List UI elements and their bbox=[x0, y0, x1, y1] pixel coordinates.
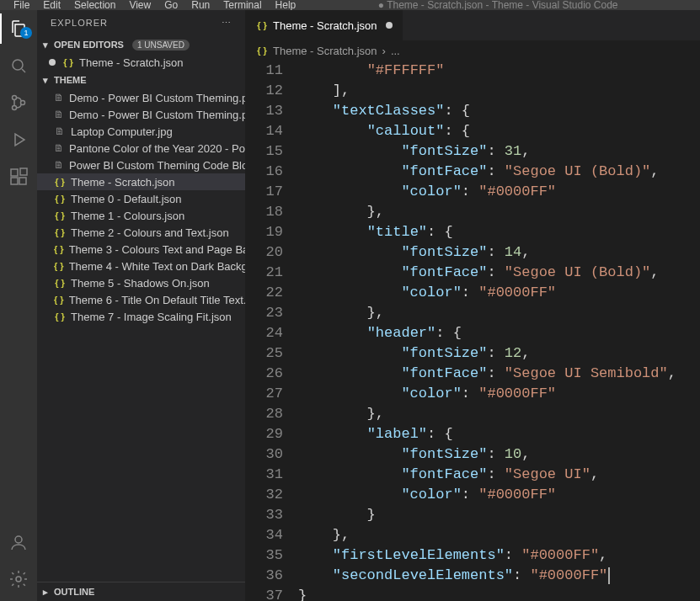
more-icon[interactable]: ⋯ bbox=[222, 18, 232, 29]
file-row[interactable]: { }Theme 2 - Colours and Text.json bbox=[37, 224, 245, 241]
tab-theme-scratch[interactable]: { } Theme - Scratch.json bbox=[246, 10, 403, 40]
code-line[interactable]: "callout": { bbox=[298, 121, 700, 141]
svg-point-1 bbox=[13, 96, 17, 100]
code-line[interactable]: }, bbox=[298, 202, 700, 222]
file-row[interactable]: { }Theme 5 - Shadows On.json bbox=[37, 274, 245, 291]
code-line[interactable]: "fontSize": 12, bbox=[298, 343, 700, 364]
open-editor-label: Theme - Scratch.json bbox=[79, 56, 184, 69]
breadcrumbs[interactable]: { } Theme - Scratch.json › ... bbox=[246, 40, 700, 61]
code-line[interactable]: "color": "#0000FF" bbox=[298, 384, 700, 404]
tabs-bar: { } Theme - Scratch.json bbox=[246, 10, 700, 40]
sidebar-title: EXPLORER ⋯ bbox=[37, 10, 245, 35]
line-number: 35 bbox=[246, 545, 283, 566]
line-number: 20 bbox=[246, 242, 283, 263]
code-line[interactable]: "color": "#0000FF" bbox=[298, 182, 700, 202]
code-editor[interactable]: 1112131415161718192021222324252627282930… bbox=[246, 61, 700, 601]
json-file-icon: { } bbox=[54, 193, 66, 205]
line-number: 21 bbox=[246, 263, 283, 283]
account-icon[interactable] bbox=[7, 530, 30, 554]
json-file-icon: { } bbox=[62, 56, 74, 68]
code-line[interactable]: "label": { bbox=[298, 424, 700, 444]
code-line[interactable]: } bbox=[298, 505, 700, 525]
theme-folder-header[interactable]: ▾ THEME bbox=[37, 71, 245, 89]
line-number: 34 bbox=[246, 525, 283, 545]
code-line[interactable]: "color": "#0000FF" bbox=[298, 485, 700, 505]
source-control-icon[interactable] bbox=[7, 91, 30, 114]
code-line[interactable]: "fontSize": 31, bbox=[298, 141, 700, 162]
code-line[interactable]: "title": { bbox=[298, 222, 700, 242]
file-row[interactable]: { }Theme - Scratch.json bbox=[37, 173, 245, 190]
line-number: 36 bbox=[246, 566, 283, 586]
file-row[interactable]: 🗎Power BI Custom Theming Code Blocks.txt bbox=[37, 157, 245, 173]
explorer-icon[interactable]: 1 bbox=[7, 17, 30, 40]
code-line[interactable]: }, bbox=[298, 525, 700, 545]
svg-rect-6 bbox=[19, 178, 26, 184]
code-line[interactable]: "secondLevelElements": "#0000FF" bbox=[298, 566, 700, 586]
chevron-right-icon: › bbox=[382, 45, 386, 57]
code-line[interactable]: }, bbox=[298, 404, 700, 424]
dirty-indicator-icon bbox=[386, 22, 393, 29]
outline-header[interactable]: ▸ OUTLINE bbox=[37, 582, 245, 601]
gear-icon[interactable] bbox=[7, 567, 30, 591]
line-number: 13 bbox=[246, 101, 283, 121]
file-row[interactable]: { }Theme 7 - Image Scaling Fit.json bbox=[37, 308, 245, 325]
line-gutter: 1112131415161718192021222324252627282930… bbox=[246, 61, 298, 601]
file-label: Theme 6 - Title On Default Title Text.js… bbox=[69, 294, 245, 306]
line-number: 18 bbox=[246, 202, 283, 222]
code-line[interactable]: "fontSize": 10, bbox=[298, 444, 700, 465]
code-line[interactable]: "color": "#0000FF" bbox=[298, 283, 700, 303]
file-row[interactable]: { }Theme 1 - Colours.json bbox=[37, 207, 245, 224]
line-number: 12 bbox=[246, 81, 283, 101]
code-line[interactable]: "header": { bbox=[298, 323, 700, 343]
svg-point-0 bbox=[13, 60, 23, 70]
search-icon[interactable] bbox=[7, 54, 30, 77]
json-file-icon: { } bbox=[54, 260, 64, 272]
file-label: Theme 4 - White Text on Dark Background.… bbox=[69, 260, 245, 273]
svg-rect-7 bbox=[20, 168, 27, 175]
code-line[interactable]: "fontFace": "Segoe UI", bbox=[298, 465, 700, 485]
file-icon: 🗎 bbox=[54, 142, 64, 154]
code-line[interactable]: } bbox=[298, 586, 700, 601]
breadcrumb-item: ... bbox=[391, 45, 400, 57]
code-line[interactable]: "fontSize": 14, bbox=[298, 242, 700, 263]
file-row[interactable]: { }Theme 3 - Colours Text and Page Backg… bbox=[37, 241, 245, 258]
code-line[interactable]: "firstLevelElements": "#0000FF", bbox=[298, 545, 700, 566]
json-file-icon: { } bbox=[256, 19, 268, 31]
file-label: Demo - Power BI Custom Theming.pptx bbox=[69, 109, 245, 121]
dirty-indicator-icon bbox=[49, 59, 56, 66]
file-label: Theme 5 - Shadows On.json bbox=[71, 277, 210, 290]
line-number: 32 bbox=[246, 485, 283, 505]
json-file-icon: { } bbox=[54, 311, 66, 322]
line-number: 24 bbox=[246, 323, 283, 343]
code-line[interactable]: "textClasses": { bbox=[298, 101, 700, 121]
line-number: 25 bbox=[246, 343, 283, 364]
code-line[interactable]: }, bbox=[298, 303, 700, 323]
file-icon: 🗎 bbox=[54, 159, 64, 171]
code-line[interactable]: ], bbox=[298, 81, 700, 101]
line-number: 11 bbox=[246, 61, 283, 81]
breadcrumb-item: Theme - Scratch.json bbox=[273, 45, 377, 57]
file-row[interactable]: 🗎Demo - Power BI Custom Theming.pptx bbox=[37, 106, 245, 123]
explorer-badge: 1 bbox=[20, 27, 32, 39]
file-row[interactable]: { }Theme 4 - White Text on Dark Backgrou… bbox=[37, 258, 245, 274]
debug-icon[interactable] bbox=[7, 128, 30, 152]
code-line[interactable]: "#FFFFFF" bbox=[298, 61, 700, 81]
open-editors-header[interactable]: ▾ OPEN EDITORS 1 UNSAVED bbox=[37, 35, 245, 54]
extensions-icon[interactable] bbox=[7, 165, 30, 189]
open-editor-item[interactable]: { } Theme - Scratch.json bbox=[37, 54, 245, 71]
code-line[interactable]: "fontFace": "Segoe UI (Bold)", bbox=[298, 162, 700, 182]
line-number: 30 bbox=[246, 444, 283, 465]
code-content[interactable]: "#FFFFFF" ], "textClasses": { "callout":… bbox=[298, 61, 700, 601]
file-row[interactable]: 🗎Laptop Computer.jpg bbox=[37, 123, 245, 140]
code-line[interactable]: "fontFace": "Segoe UI (Bold)", bbox=[298, 263, 700, 283]
file-row[interactable]: { }Theme 6 - Title On Default Title Text… bbox=[37, 291, 245, 308]
code-line[interactable]: "fontFace": "Segoe UI Semibold", bbox=[298, 364, 700, 384]
json-file-icon: { } bbox=[54, 243, 64, 255]
file-row[interactable]: 🗎Pantone Color of the Year 2020 - Ponder… bbox=[37, 140, 245, 157]
line-number: 28 bbox=[246, 404, 283, 424]
file-row[interactable]: 🗎Demo - Power BI Custom Theming.pbix bbox=[37, 89, 245, 106]
file-row[interactable]: { }Theme 0 - Default.json bbox=[37, 190, 245, 207]
activity-bar: 1 bbox=[0, 10, 37, 601]
chevron-right-icon: ▸ bbox=[40, 587, 51, 598]
svg-rect-4 bbox=[11, 169, 18, 176]
